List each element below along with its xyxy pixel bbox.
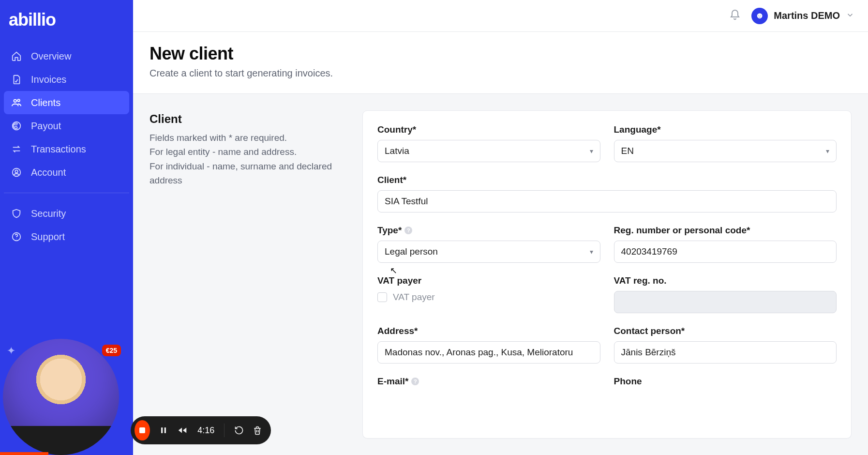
section-info: Client Fields marked with * are required… [150, 110, 343, 439]
sidebar-item-label: Payout [31, 121, 61, 132]
page-header: New client Create a client to start gene… [133, 32, 868, 94]
label-country: Country* [377, 124, 600, 135]
sidebar-item-label: Clients [31, 97, 60, 108]
transfer-icon [11, 143, 22, 155]
field-country: Country* Latvia ▾ [377, 124, 600, 162]
label-reg-number: Reg. number or personal code* [614, 225, 837, 236]
chevron-down-icon: ▾ [590, 248, 593, 256]
label-vat-payer: VAT payer [377, 275, 600, 286]
checkbox-icon [377, 292, 387, 302]
rewind-button[interactable] [177, 425, 188, 436]
help-icon[interactable]: ? [411, 378, 419, 385]
document-icon [11, 74, 22, 85]
main: ☻ Martins DEMO New client Create a clien… [133, 0, 868, 455]
svg-rect-7 [161, 427, 163, 433]
sidebar-item-support[interactable]: Support [4, 225, 129, 248]
user-circle-icon [11, 167, 22, 178]
address-input[interactable] [377, 341, 600, 364]
section-desc: Fields marked with * are required. For l… [150, 131, 343, 188]
user-menu[interactable]: ☻ Martins DEMO [751, 8, 854, 24]
client-form-card: Country* Latvia ▾ Language* EN ▾ [362, 110, 852, 439]
field-client-name: Client* [377, 175, 837, 212]
sidebar-item-label: Account [31, 167, 66, 178]
svg-point-1 [17, 99, 20, 102]
home-icon [11, 50, 22, 62]
delete-button[interactable] [253, 425, 262, 435]
shield-icon [11, 208, 22, 219]
sidebar: abillio Overview Invoices Clients [0, 0, 133, 455]
chevron-down-icon: ▾ [590, 147, 593, 155]
sidebar-item-clients[interactable]: Clients [4, 91, 129, 114]
client-name-input[interactable] [377, 190, 837, 212]
user-avatar-icon: ☻ [751, 8, 768, 24]
recorder-toolbar: 4:16 [131, 416, 271, 444]
primary-nav: Overview Invoices Clients Payout [0, 45, 133, 248]
page-subtitle: Create a client to start generating invo… [150, 68, 852, 79]
sidebar-item-label: Transactions [31, 144, 86, 155]
chevron-down-icon [846, 11, 854, 21]
stop-button[interactable] [135, 420, 150, 440]
page-title: New client [150, 44, 852, 64]
svg-point-6 [16, 239, 16, 239]
chevron-down-icon: ▾ [826, 147, 829, 155]
sidebar-item-label: Invoices [31, 74, 66, 85]
content: Client Fields marked with * are required… [133, 94, 868, 455]
sparkle-icon: ✦ [7, 345, 15, 357]
recorder-time: 4:16 [197, 425, 214, 436]
field-language: Language* EN ▾ [614, 124, 837, 162]
user-name: Martins DEMO [774, 10, 840, 21]
label-phone: Phone [614, 376, 837, 387]
label-email: E-mail* ? [377, 376, 600, 387]
field-phone: Phone [614, 376, 837, 392]
label-client: Client* [377, 175, 837, 185]
help-icon[interactable]: ? [404, 227, 412, 234]
help-icon [11, 231, 22, 243]
svg-rect-8 [165, 427, 166, 433]
presenter-avatar: ✦ €25 [3, 339, 119, 455]
field-type: Type* ? Legal person ▾ [377, 225, 600, 263]
progress-bar [0, 452, 48, 455]
language-select[interactable]: EN ▾ [614, 140, 837, 162]
vat-payer-checkbox[interactable]: VAT payer [377, 291, 600, 303]
field-email: E-mail* ? [377, 376, 600, 392]
label-address: Address* [377, 326, 600, 336]
vat-regno-input [614, 291, 837, 313]
sidebar-item-security[interactable]: Security [4, 202, 129, 225]
euro-icon [11, 120, 22, 132]
sidebar-item-label: Support [31, 231, 65, 243]
field-reg-number: Reg. number or personal code* [614, 225, 837, 263]
sidebar-item-label: Overview [31, 51, 71, 62]
label-vat-regno: VAT reg. no. [614, 275, 837, 286]
field-contact: Contact person* [614, 326, 837, 364]
sidebar-item-account[interactable]: Account [4, 161, 129, 184]
label-type: Type* ? [377, 225, 600, 236]
sidebar-item-payout[interactable]: Payout [4, 114, 129, 137]
label-contact: Contact person* [614, 326, 837, 336]
country-select[interactable]: Latvia ▾ [377, 140, 600, 162]
notifications-button[interactable] [729, 9, 741, 23]
contact-input[interactable] [614, 341, 837, 364]
field-vat-payer: VAT payer VAT payer [377, 275, 600, 313]
type-select[interactable]: Legal person ▾ [377, 241, 600, 263]
pause-button[interactable] [159, 425, 168, 435]
label-language: Language* [614, 124, 837, 135]
sidebar-item-overview[interactable]: Overview [4, 45, 129, 68]
sidebar-item-transactions[interactable]: Transactions [4, 137, 129, 161]
reg-number-input[interactable] [614, 241, 837, 263]
field-address: Address* [377, 326, 600, 364]
brand-logo: abillio [0, 0, 133, 45]
sidebar-item-label: Security [31, 208, 66, 219]
section-title: Client [150, 112, 343, 126]
sidebar-item-invoices[interactable]: Invoices [4, 68, 129, 91]
field-vat-regno: VAT reg. no. [614, 275, 837, 313]
svg-point-4 [15, 170, 18, 173]
restart-button[interactable] [234, 425, 244, 435]
nav-divider [4, 193, 129, 193]
credit-badge: €25 [102, 345, 121, 356]
topbar: ☻ Martins DEMO [133, 0, 868, 32]
svg-point-0 [14, 100, 17, 103]
users-icon [11, 97, 22, 108]
